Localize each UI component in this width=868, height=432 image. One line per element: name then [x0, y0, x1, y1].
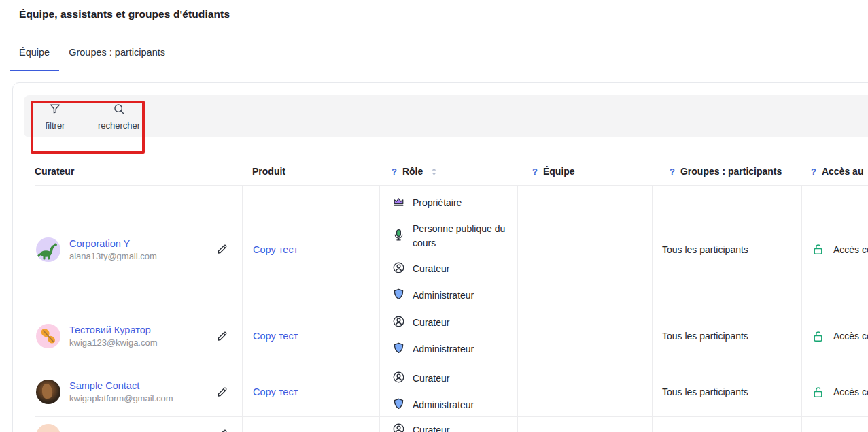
edit-pencil-icon[interactable]	[215, 330, 228, 343]
product-link[interactable]: Copy тест	[253, 331, 298, 342]
curator-email: kwigaplatform@gmail.com	[69, 393, 173, 403]
team-table: Curateur Produit ? Rôle ? Équipe	[13, 158, 868, 432]
groups-cell: Tous les participants	[652, 361, 801, 422]
table-row: Sample Contact kwigaplatform@gmail.com C…	[35, 361, 868, 417]
groups-cell: Tous les participants	[652, 186, 801, 313]
help-icon[interactable]: ?	[392, 167, 397, 177]
help-icon[interactable]: ?	[670, 167, 675, 177]
filter-icon	[48, 102, 62, 118]
role-administrator: Administrateur	[392, 342, 474, 357]
search-label: rechercher	[98, 120, 140, 131]
table-row: Тестовий Куратор kwiga123@kwiga.com Copy…	[35, 305, 868, 361]
edit-pencil-icon[interactable]	[215, 243, 228, 256]
role-owner: Propriétaire	[392, 195, 462, 211]
access-cell: Accès co	[801, 186, 868, 313]
column-header-team: ? Équipe	[517, 158, 652, 185]
role-administrator: Administrateur	[392, 397, 474, 413]
curator-name-link[interactable]: Corporation Y	[69, 238, 157, 249]
team-cell	[517, 417, 652, 432]
role-public-person: Personne publique du cours	[392, 222, 512, 250]
filter-button[interactable]: filtrer	[31, 102, 80, 131]
avatar-partial	[36, 424, 60, 432]
column-header-access: ? Accès au	[801, 158, 868, 185]
crown-icon	[392, 195, 405, 211]
role-curator: Curateur	[392, 422, 449, 432]
table-row: Corporation Y alana13ty@gmail.com Copy т…	[35, 186, 868, 305]
access-label: Accès co	[833, 331, 868, 342]
role-curator: Curateur	[392, 315, 449, 331]
role-curator: Curateur	[392, 371, 449, 386]
team-cell	[517, 361, 652, 422]
curator-name-link[interactable]: Тестовий Куратор	[69, 325, 158, 335]
search-button[interactable]: rechercher	[94, 102, 143, 131]
title-bar: Équipe, assistants et groupes d'étudiant…	[0, 0, 868, 29]
column-header-curator: Curateur	[35, 158, 242, 185]
access-cell	[801, 417, 868, 432]
edit-pencil-icon[interactable]	[215, 386, 228, 399]
filter-label: filtrer	[46, 120, 65, 131]
help-icon[interactable]: ?	[532, 167, 538, 177]
curator-email: kwiga123@kwiga.com	[69, 337, 158, 348]
microphone-icon	[392, 229, 405, 244]
product-link[interactable]: Copy тест	[253, 386, 298, 397]
unlock-icon	[812, 386, 824, 399]
page: Équipe, assistants et groupes d'étudiant…	[0, 0, 868, 432]
table-toolbar: filtrer rechercher	[24, 95, 868, 137]
tab-groups-participants[interactable]: Groupes : participants	[59, 47, 175, 71]
column-header-groups: ? Groupes : participants	[652, 158, 801, 185]
role-curator: Curateur	[392, 261, 449, 277]
page-title: Équipe, assistants et groupes d'étudiant…	[19, 8, 230, 20]
tab-team[interactable]: Équipe	[10, 47, 59, 71]
edit-pencil-icon[interactable]	[215, 428, 228, 432]
unlock-icon	[812, 243, 824, 256]
person-icon	[392, 371, 405, 386]
sort-icon[interactable]	[431, 167, 437, 176]
access-label: Accès co	[833, 386, 868, 397]
avatar-dinosaur	[36, 237, 60, 262]
person-icon	[392, 422, 405, 432]
column-header-role: ? Rôle	[379, 158, 517, 185]
groups-cell: Tous les participants	[652, 305, 801, 367]
curator-name-link[interactable]: Sample Contact	[69, 380, 173, 391]
table-row-partial: Curateur	[35, 417, 868, 432]
access-cell: Accès co	[801, 361, 868, 422]
help-icon[interactable]: ?	[811, 167, 816, 177]
avatar-butterfly	[36, 324, 60, 348]
avatar-dog-photo	[36, 380, 60, 404]
tab-bar: Équipe Groupes : participants	[0, 29, 868, 71]
team-cell	[517, 305, 652, 367]
search-icon	[112, 102, 126, 118]
curator-email: alana13ty@gmail.com	[69, 251, 157, 261]
unlock-icon	[812, 330, 824, 343]
shield-icon	[392, 288, 405, 303]
access-label: Accès co	[833, 244, 868, 255]
shield-icon	[392, 342, 405, 357]
role-administrator: Administrateur	[392, 288, 474, 303]
person-icon	[392, 315, 405, 331]
groups-cell	[652, 417, 801, 432]
column-header-product: Produit	[242, 158, 379, 185]
team-cell	[517, 186, 652, 313]
person-icon	[392, 261, 405, 277]
access-cell: Accès co	[801, 305, 868, 367]
table-header-row: Curateur Produit ? Rôle ? Équipe	[35, 158, 868, 186]
team-card: filtrer rechercher Curateur Produit ?	[12, 82, 868, 432]
shield-icon	[392, 397, 405, 413]
product-link[interactable]: Copy тест	[253, 244, 298, 255]
